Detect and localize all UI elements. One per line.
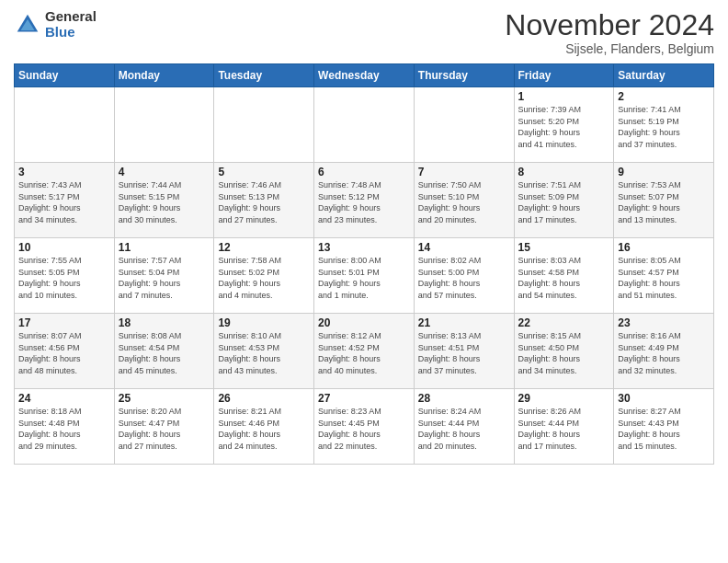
day-number: 15	[518, 241, 610, 254]
day-cell: 30Sunrise: 8:27 AM Sunset: 4:43 PM Dayli…	[614, 389, 714, 465]
day-detail: Sunrise: 7:58 AM Sunset: 5:02 PM Dayligh…	[218, 255, 310, 301]
day-cell: 13Sunrise: 8:00 AM Sunset: 5:01 PM Dayli…	[314, 238, 415, 314]
week-row-5: 24Sunrise: 8:18 AM Sunset: 4:48 PM Dayli…	[15, 389, 714, 465]
day-detail: Sunrise: 7:46 AM Sunset: 5:13 PM Dayligh…	[218, 179, 310, 225]
day-cell: 23Sunrise: 8:16 AM Sunset: 4:49 PM Dayli…	[614, 314, 714, 389]
day-number: 9	[618, 166, 710, 178]
day-number: 16	[618, 241, 710, 254]
day-detail: Sunrise: 7:44 AM Sunset: 5:15 PM Dayligh…	[119, 179, 210, 225]
day-cell: 6Sunrise: 7:48 AM Sunset: 5:12 PM Daylig…	[314, 163, 415, 238]
day-cell: 9Sunrise: 7:53 AM Sunset: 5:07 PM Daylig…	[614, 163, 714, 238]
day-detail: Sunrise: 8:26 AM Sunset: 4:44 PM Dayligh…	[518, 406, 610, 452]
day-number: 11	[119, 241, 210, 254]
day-cell: 21Sunrise: 8:13 AM Sunset: 4:51 PM Dayli…	[414, 314, 514, 389]
day-number: 17	[18, 316, 110, 329]
day-detail: Sunrise: 8:05 AM Sunset: 4:57 PM Dayligh…	[618, 255, 710, 301]
day-cell: 7Sunrise: 7:50 AM Sunset: 5:10 PM Daylig…	[414, 163, 514, 238]
calendar-table: SundayMondayTuesdayWednesdayThursdayFrid…	[14, 63, 714, 465]
day-detail: Sunrise: 8:03 AM Sunset: 4:58 PM Dayligh…	[518, 255, 610, 301]
day-detail: Sunrise: 7:53 AM Sunset: 5:07 PM Dayligh…	[618, 179, 710, 225]
day-cell: 27Sunrise: 8:23 AM Sunset: 4:45 PM Dayli…	[314, 389, 415, 465]
header-row: SundayMondayTuesdayWednesdayThursdayFrid…	[15, 64, 714, 87]
day-number: 29	[518, 392, 610, 405]
day-detail: Sunrise: 8:12 AM Sunset: 4:52 PM Dayligh…	[318, 330, 410, 376]
day-cell	[15, 87, 115, 163]
day-cell: 29Sunrise: 8:26 AM Sunset: 4:44 PM Dayli…	[514, 389, 614, 465]
day-number: 25	[119, 392, 210, 405]
week-row-3: 10Sunrise: 7:55 AM Sunset: 5:05 PM Dayli…	[15, 238, 714, 314]
day-cell: 5Sunrise: 7:46 AM Sunset: 5:13 PM Daylig…	[214, 163, 314, 238]
day-detail: Sunrise: 7:50 AM Sunset: 5:10 PM Dayligh…	[418, 179, 510, 225]
day-detail: Sunrise: 8:07 AM Sunset: 4:56 PM Dayligh…	[18, 330, 110, 376]
day-number: 14	[418, 241, 510, 254]
day-cell: 14Sunrise: 8:02 AM Sunset: 5:00 PM Dayli…	[414, 238, 514, 314]
col-header-friday: Friday	[514, 64, 614, 87]
day-detail: Sunrise: 7:39 AM Sunset: 5:20 PM Dayligh…	[518, 104, 610, 150]
day-detail: Sunrise: 8:24 AM Sunset: 4:44 PM Dayligh…	[418, 406, 510, 452]
day-detail: Sunrise: 8:18 AM Sunset: 4:48 PM Dayligh…	[18, 406, 110, 452]
day-cell: 25Sunrise: 8:20 AM Sunset: 4:47 PM Dayli…	[114, 389, 214, 465]
day-cell: 22Sunrise: 8:15 AM Sunset: 4:50 PM Dayli…	[514, 314, 614, 389]
day-number: 26	[218, 392, 310, 405]
day-number: 4	[119, 166, 210, 178]
day-number: 10	[18, 241, 110, 254]
day-number: 19	[218, 316, 310, 329]
col-header-thursday: Thursday	[414, 64, 514, 87]
day-cell: 20Sunrise: 8:12 AM Sunset: 4:52 PM Dayli…	[314, 314, 415, 389]
day-number: 18	[119, 316, 210, 329]
day-cell: 4Sunrise: 7:44 AM Sunset: 5:15 PM Daylig…	[114, 163, 214, 238]
day-detail: Sunrise: 7:48 AM Sunset: 5:12 PM Dayligh…	[318, 179, 410, 225]
day-number: 20	[318, 316, 410, 329]
logo-blue-text: Blue	[45, 25, 97, 40]
day-number: 22	[518, 316, 610, 329]
title-block: November 2024 Sijsele, Flanders, Belgium	[505, 9, 714, 56]
week-row-4: 17Sunrise: 8:07 AM Sunset: 4:56 PM Dayli…	[15, 314, 714, 389]
day-detail: Sunrise: 7:43 AM Sunset: 5:17 PM Dayligh…	[18, 179, 110, 225]
day-number: 30	[618, 392, 710, 405]
day-detail: Sunrise: 8:10 AM Sunset: 4:53 PM Dayligh…	[218, 330, 310, 376]
day-cell: 3Sunrise: 7:43 AM Sunset: 5:17 PM Daylig…	[15, 163, 115, 238]
day-number: 7	[418, 166, 510, 178]
day-cell	[314, 87, 415, 163]
logo-icon	[14, 11, 41, 39]
day-cell: 24Sunrise: 8:18 AM Sunset: 4:48 PM Dayli…	[15, 389, 115, 465]
day-detail: Sunrise: 8:23 AM Sunset: 4:45 PM Dayligh…	[318, 406, 410, 452]
day-cell: 10Sunrise: 7:55 AM Sunset: 5:05 PM Dayli…	[15, 238, 115, 314]
day-number: 24	[18, 392, 110, 405]
location-subtitle: Sijsele, Flanders, Belgium	[505, 41, 714, 56]
day-detail: Sunrise: 8:13 AM Sunset: 4:51 PM Dayligh…	[418, 330, 510, 376]
day-detail: Sunrise: 8:08 AM Sunset: 4:54 PM Dayligh…	[119, 330, 210, 376]
day-detail: Sunrise: 8:00 AM Sunset: 5:01 PM Dayligh…	[318, 255, 410, 301]
day-cell	[114, 87, 214, 163]
day-number: 12	[218, 241, 310, 254]
day-number: 6	[318, 166, 410, 178]
day-detail: Sunrise: 7:51 AM Sunset: 5:09 PM Dayligh…	[518, 179, 610, 225]
day-cell: 17Sunrise: 8:07 AM Sunset: 4:56 PM Dayli…	[15, 314, 115, 389]
logo-text: General Blue	[45, 9, 97, 40]
day-number: 21	[418, 316, 510, 329]
day-number: 5	[218, 166, 310, 178]
day-number: 13	[318, 241, 410, 254]
col-header-saturday: Saturday	[614, 64, 714, 87]
header: General Blue November 2024 Sijsele, Flan…	[14, 9, 714, 56]
day-number: 23	[618, 316, 710, 329]
day-cell: 8Sunrise: 7:51 AM Sunset: 5:09 PM Daylig…	[514, 163, 614, 238]
day-cell: 11Sunrise: 7:57 AM Sunset: 5:04 PM Dayli…	[114, 238, 214, 314]
page-container: General Blue November 2024 Sijsele, Flan…	[0, 0, 728, 474]
day-cell: 26Sunrise: 8:21 AM Sunset: 4:46 PM Dayli…	[214, 389, 314, 465]
day-detail: Sunrise: 8:20 AM Sunset: 4:47 PM Dayligh…	[119, 406, 210, 452]
day-number: 3	[18, 166, 110, 178]
day-detail: Sunrise: 8:02 AM Sunset: 5:00 PM Dayligh…	[418, 255, 510, 301]
week-row-2: 3Sunrise: 7:43 AM Sunset: 5:17 PM Daylig…	[15, 163, 714, 238]
col-header-wednesday: Wednesday	[314, 64, 415, 87]
day-detail: Sunrise: 8:21 AM Sunset: 4:46 PM Dayligh…	[218, 406, 310, 452]
col-header-sunday: Sunday	[15, 64, 115, 87]
day-cell	[214, 87, 314, 163]
day-number: 28	[418, 392, 510, 405]
day-number: 1	[518, 90, 610, 103]
day-cell: 1Sunrise: 7:39 AM Sunset: 5:20 PM Daylig…	[514, 87, 614, 163]
day-cell	[414, 87, 514, 163]
day-cell: 16Sunrise: 8:05 AM Sunset: 4:57 PM Dayli…	[614, 238, 714, 314]
day-cell: 18Sunrise: 8:08 AM Sunset: 4:54 PM Dayli…	[114, 314, 214, 389]
day-detail: Sunrise: 8:16 AM Sunset: 4:49 PM Dayligh…	[618, 330, 710, 376]
